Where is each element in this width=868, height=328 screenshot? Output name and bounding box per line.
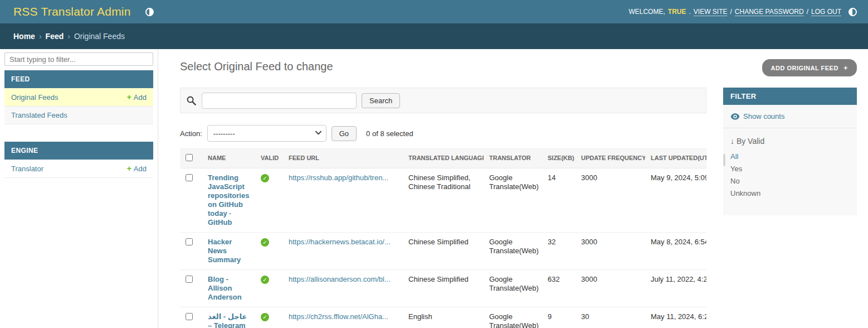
translated-language-cell: Chinese Simplified bbox=[403, 270, 484, 307]
plus-icon: + bbox=[127, 164, 131, 173]
filter-group-label: ↓ By Valid bbox=[730, 137, 850, 146]
breadcrumb-separator: › bbox=[39, 32, 42, 41]
theme-toggle-icon[interactable] bbox=[145, 8, 154, 16]
filter-panel-title: FILTER bbox=[723, 88, 857, 105]
filter-option-yes[interactable]: Yes bbox=[730, 163, 850, 175]
go-button[interactable]: Go bbox=[331, 126, 357, 141]
sidebar-filter-input[interactable] bbox=[4, 52, 153, 66]
sidebar-item-translator[interactable]: Translator +Add bbox=[4, 160, 153, 178]
feed-name-link[interactable]: Blog - Allison Anderson bbox=[208, 275, 242, 301]
update-frequency-cell: 3000 bbox=[576, 270, 645, 307]
sidebar-item-translated-feeds[interactable]: Translated Feeds bbox=[4, 107, 153, 124]
feed-name-link[interactable]: Trending JavaScript repositories on GitH… bbox=[208, 173, 249, 226]
feed-url-link[interactable]: https://hackernews.betacat.io/... bbox=[289, 238, 397, 247]
sort-arrow-icon: ↓ bbox=[730, 137, 734, 146]
username: TRUE bbox=[668, 8, 686, 16]
add-translator-link[interactable]: +Add bbox=[127, 164, 147, 173]
sidebar-item-label[interactable]: Translator bbox=[11, 165, 43, 173]
filter-option-unknown[interactable]: Unknown bbox=[730, 187, 850, 200]
translator-cell: Google Translate(Web) bbox=[484, 307, 542, 328]
update-frequency-cell: 3000 bbox=[576, 168, 645, 233]
site-brand-link[interactable]: RSS Translator Admin bbox=[13, 5, 131, 18]
filter-scrollbar[interactable] bbox=[723, 154, 725, 166]
column-header-feed-url[interactable]: FEED URL bbox=[289, 155, 319, 161]
last-updated-cell: May 8, 2024, 6:54 a.m. bbox=[645, 233, 706, 270]
size-cell: 14 bbox=[542, 168, 576, 233]
column-header-name[interactable]: NAME bbox=[208, 155, 226, 161]
view-site-link[interactable]: VIEW SITE bbox=[694, 8, 728, 16]
breadcrumb-separator: › bbox=[67, 32, 70, 41]
search-button[interactable]: Search bbox=[362, 93, 400, 108]
show-counts-toggle[interactable]: Show counts bbox=[723, 112, 857, 128]
row-checkbox[interactable] bbox=[186, 276, 193, 283]
sidebar-section-feed: FEED Original Feeds +Add Translated Feed… bbox=[4, 70, 153, 124]
add-original-feed-button[interactable]: ADD ORIGINAL FEED + bbox=[762, 59, 857, 76]
row-checkbox[interactable] bbox=[186, 174, 193, 181]
welcome-period: . bbox=[689, 8, 690, 16]
translator-cell: Google Translate(Web) bbox=[484, 168, 542, 233]
update-frequency-cell: 30 bbox=[576, 307, 645, 328]
last-updated-cell: May 9, 2024, 5:09 a.m. bbox=[645, 168, 706, 233]
sidebar-section-title: ENGINE bbox=[4, 142, 153, 160]
add-original-feed-link[interactable]: +Add bbox=[127, 93, 147, 102]
breadcrumb-feed-link[interactable]: Feed bbox=[46, 32, 64, 41]
feed-url-link[interactable]: https://rsshub.app/github/tren... bbox=[289, 173, 397, 182]
log-out-link[interactable]: LOG OUT bbox=[811, 8, 841, 16]
action-label: Action: bbox=[180, 129, 202, 138]
column-header-translated-language[interactable]: TRANSLATED LANGUAGE bbox=[408, 155, 484, 161]
select-all-checkbox[interactable] bbox=[186, 154, 193, 161]
column-header-valid[interactable]: VALID bbox=[261, 155, 279, 161]
filter-options: All Yes No Unknown bbox=[723, 151, 857, 200]
sidebar-section-title: FEED bbox=[4, 70, 153, 88]
feed-url-link[interactable]: https://allisonanderson.com/bl... bbox=[289, 275, 397, 284]
eye-icon bbox=[730, 113, 740, 120]
table-row: عاجل - الغد – Telegram https://ch2rss.ff… bbox=[180, 307, 706, 328]
row-checkbox[interactable] bbox=[186, 313, 193, 320]
size-cell: 632 bbox=[542, 270, 576, 307]
update-frequency-cell: 3000 bbox=[576, 233, 645, 270]
translator-cell: Google Translate(Web) bbox=[484, 270, 542, 307]
last-updated-cell: July 11, 2022, 4:25 p.m. bbox=[645, 270, 706, 307]
change-password-link[interactable]: CHANGE PASSWORD bbox=[735, 8, 804, 16]
user-tools: WELCOME, TRUE. VIEW SITE / CHANGE PASSWO… bbox=[628, 8, 857, 16]
table-header-row: NAME VALID FEED URL TRANSLATED LANGUAGE … bbox=[180, 148, 706, 168]
plus-icon: + bbox=[843, 64, 848, 72]
column-header-size[interactable]: SIZE(KB) bbox=[548, 155, 574, 161]
sidebar-item-original-feeds[interactable]: Original Feeds +Add bbox=[4, 88, 153, 107]
valid-check-icon bbox=[261, 276, 269, 284]
translated-language-cell: English bbox=[403, 307, 484, 328]
plus-icon: + bbox=[127, 93, 131, 102]
feed-name-link[interactable]: عاجل - الغد – Telegram bbox=[208, 312, 247, 328]
last-updated-cell: May 11, 2024, 6:27 a.m. bbox=[645, 307, 706, 328]
size-cell: 32 bbox=[542, 233, 576, 270]
translated-language-cell: Chinese Simplified bbox=[403, 233, 484, 270]
column-header-last-updated[interactable]: LAST UPDATED(UTC) bbox=[651, 155, 706, 161]
sidebar-item-label[interactable]: Translated Feeds bbox=[11, 111, 67, 119]
search-input[interactable] bbox=[202, 93, 357, 109]
actions-row: Action: --------- Go 0 of 8 selected bbox=[180, 125, 706, 142]
sidebar-section-engine: ENGINE Translator +Add bbox=[4, 142, 153, 178]
column-header-update-frequency[interactable]: UPDATE FREQUENCY bbox=[581, 155, 645, 161]
size-cell: 9 bbox=[542, 307, 576, 328]
filter-option-no[interactable]: No bbox=[730, 175, 850, 187]
table-row: Hacker News Summary https://hackernews.b… bbox=[180, 233, 706, 270]
column-header-translator[interactable]: TRANSLATOR bbox=[489, 155, 531, 161]
breadcrumb-home-link[interactable]: Home bbox=[13, 32, 35, 41]
action-select[interactable]: --------- bbox=[207, 125, 326, 142]
link-separator: / bbox=[730, 8, 732, 16]
row-checkbox[interactable] bbox=[186, 238, 193, 245]
feed-url-link[interactable]: https://ch2rss.fflow.net/AlGha... bbox=[289, 312, 397, 321]
valid-check-icon bbox=[261, 174, 269, 182]
theme-toggle-icon[interactable] bbox=[849, 8, 857, 16]
search-icon bbox=[186, 95, 197, 106]
page-title: Select Original Feed to change bbox=[180, 59, 333, 74]
selection-note: 0 of 8 selected bbox=[366, 129, 413, 138]
feed-name-link[interactable]: Hacker News Summary bbox=[208, 238, 241, 264]
filter-option-all[interactable]: All bbox=[730, 151, 850, 163]
welcome-text: WELCOME, bbox=[628, 8, 665, 16]
link-separator: / bbox=[807, 8, 808, 16]
translated-language-cell: Chinese Simplified, Chinese Traditional bbox=[403, 168, 484, 233]
sidebar-item-label[interactable]: Original Feeds bbox=[11, 93, 58, 102]
valid-check-icon bbox=[261, 238, 269, 247]
main-content: Select Original Feed to change ADD ORIGI… bbox=[158, 49, 868, 328]
